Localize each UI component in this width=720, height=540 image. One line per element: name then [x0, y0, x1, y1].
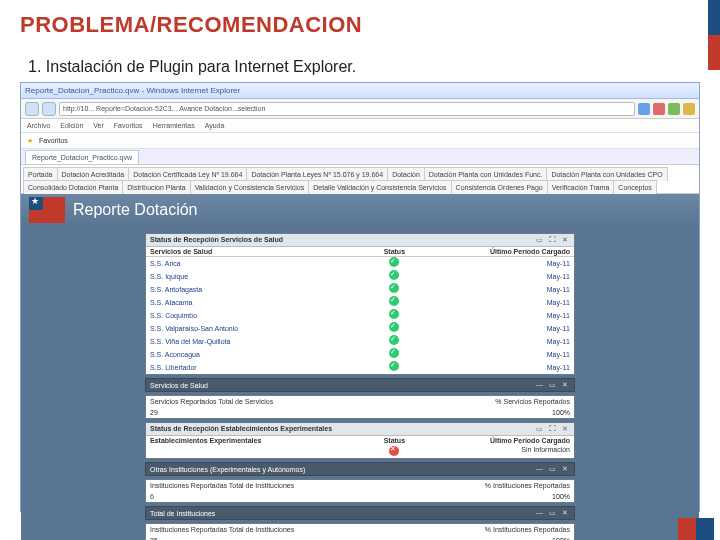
app-tab[interactable]: Conceptos: [613, 180, 656, 194]
app-tab[interactable]: Dotación Certificada Ley Nº 19.664: [128, 167, 247, 181]
panel-services-status: Status de Recepción Servicios de Salud ▭…: [145, 233, 575, 375]
browser-tab[interactable]: Reporte_Dotacion_Practico.qvw: [25, 150, 139, 164]
status-ok-icon: [389, 296, 399, 306]
flag-stripe-top: [708, 0, 720, 70]
corner-accent: [678, 518, 714, 540]
cell-period: May-11: [441, 259, 570, 269]
status-ok-icon: [389, 335, 399, 345]
app-tab[interactable]: Consolidado Dotación Planta: [23, 180, 123, 194]
menu-ayuda[interactable]: Ayuda: [205, 122, 225, 129]
panel-total-head: Total de Instituciones — ▭ ✕: [145, 506, 575, 520]
menu-herramientas[interactable]: Herramientas: [153, 122, 195, 129]
label-total-all: Instituciones Reportadas Total de Instit…: [150, 526, 430, 533]
menu-ver[interactable]: Ver: [93, 122, 104, 129]
favorites-label[interactable]: Favoritos: [39, 137, 68, 144]
search-icon[interactable]: [668, 103, 680, 115]
panel-title: Total de Instituciones: [150, 510, 215, 517]
value-total-services: 29: [150, 409, 430, 416]
report-content: Status de Recepción Servicios de Salud ▭…: [21, 226, 699, 540]
col-periodo: Último Período Cargado: [441, 248, 570, 255]
panel-services-summary: Servicios Reportados Total de Servicios …: [145, 395, 575, 419]
report-title: Reporte Dotación: [73, 201, 198, 219]
panel-title: Servicios de Salud: [150, 382, 208, 389]
app-tab[interactable]: Portada: [23, 167, 58, 181]
panel-window-icons[interactable]: — ▭ ✕: [536, 509, 570, 517]
value-no-info: Sin Información: [441, 446, 570, 457]
col-servicios: Servicios de Salud: [150, 248, 347, 255]
value-pct-services: 100%: [430, 409, 570, 416]
label-pct-inst: % Instituciones Reportadas: [430, 482, 570, 489]
favorites-bar: ★ Favoritos: [21, 133, 699, 149]
stop-icon[interactable]: [653, 103, 665, 115]
cell-period: May-11: [441, 337, 570, 347]
cell-period: May-11: [441, 350, 570, 360]
value-inst-pct: 100%: [430, 493, 570, 500]
col-status: Status: [351, 437, 437, 444]
address-input[interactable]: http://10... Reporte=Dotacion-52C3... Av…: [59, 102, 635, 116]
status-ok-icon: [389, 348, 399, 358]
table-row: S.S. Valparaíso-San AntonioMay-11: [146, 322, 574, 335]
panel-window-icons[interactable]: ▭ ⛶ ✕: [536, 425, 570, 433]
app-tab[interactable]: Dotación Acreditada: [57, 167, 130, 181]
menu-edicion[interactable]: Edición: [60, 122, 83, 129]
panel-window-icons[interactable]: ▭ ⛶ ✕: [536, 236, 570, 244]
menu-favoritos[interactable]: Favoritos: [114, 122, 143, 129]
table-row: S.S. AricaMay-11: [146, 257, 574, 270]
cell-period: May-11: [441, 298, 570, 308]
titlebar: Reporte_Dotacion_Practico.qvw - Windows …: [21, 83, 699, 99]
browser-window: Reporte_Dotacion_Practico.qvw - Windows …: [20, 82, 700, 512]
panel-services-summary-head: Servicios de Salud — ▭ ✕: [145, 378, 575, 392]
panel-window-icons[interactable]: — ▭ ✕: [536, 381, 570, 389]
gov-logo-icon: [29, 197, 65, 223]
menu-archivo[interactable]: Archivo: [27, 122, 50, 129]
cell-name: S.S. Atacama: [150, 298, 347, 308]
refresh-icon[interactable]: [638, 103, 650, 115]
table-row: S.S. LibertadorMay-11: [146, 361, 574, 374]
app-tab[interactable]: Dotación Planta Leyes Nº 15.076 y 19.664: [246, 167, 388, 181]
forward-button[interactable]: [42, 102, 56, 116]
report-banner: Reporte Dotación: [21, 194, 699, 226]
label-total-inst: Instituciones Reportadas Total de Instit…: [150, 482, 430, 489]
table-row: S.S. AtacamaMay-11: [146, 296, 574, 309]
cell-name: S.S. Iquique: [150, 272, 347, 282]
value-inst-mid: 6: [150, 493, 430, 500]
cell-period: May-11: [441, 285, 570, 295]
menu-bar: Archivo Edición Ver Favoritos Herramient…: [21, 119, 699, 133]
app-tab[interactable]: Detalle Validación y Consistencia Servic…: [308, 180, 451, 194]
status-ok-icon: [389, 257, 399, 267]
label-pct-all: % Instituciones Reportadas: [430, 526, 570, 533]
col-status: Status: [351, 248, 437, 255]
app-tab[interactable]: Dotación: [387, 167, 425, 181]
address-bar-row: http://10... Reporte=Dotacion-52C3... Av…: [21, 99, 699, 119]
panel-title: Otras Instituciones (Experimentales y Au…: [150, 466, 305, 473]
app-tab[interactable]: Dotación Planta con Unidades CPO: [546, 167, 667, 181]
table-row: S.S. CoquimboMay-11: [146, 309, 574, 322]
app-tab[interactable]: Dotación Planta con Unidades Func.: [424, 167, 548, 181]
app-tab[interactable]: Validación y Consistencia Servicios: [190, 180, 310, 194]
status-ok-icon: [389, 361, 399, 371]
table-row: S.S. Viña del Mar-QuillotaMay-11: [146, 335, 574, 348]
status-ok-icon: [389, 309, 399, 319]
app-tab[interactable]: Consistencia Ordenes Pago: [451, 180, 548, 194]
back-button[interactable]: [25, 102, 39, 116]
status-ok-icon: [389, 283, 399, 293]
slide-heading: PROBLEMA/RECOMENDACION: [20, 12, 362, 38]
panel-experimentales: Status de Recepción Establecimientos Exp…: [145, 422, 575, 459]
cell-name: S.S. Arica: [150, 259, 347, 269]
table-row: S.S. AntofagastaMay-11: [146, 283, 574, 296]
app-tab[interactable]: Distribución Planta: [122, 180, 190, 194]
col-periodo: Último Período Cargado: [441, 437, 570, 444]
status-ok-icon: [389, 322, 399, 332]
cell-name: S.S. Libertador: [150, 363, 347, 373]
slide-subtitle: 1. Instalación de Plugin para Internet E…: [28, 58, 356, 76]
cell-period: May-11: [441, 324, 570, 334]
panel-window-icons[interactable]: — ▭ ✕: [536, 465, 570, 473]
cell-name: S.S. Antofagasta: [150, 285, 347, 295]
app-tab[interactable]: Verificación Trama: [547, 180, 615, 194]
window-title: Reporte_Dotacion_Practico.qvw - Windows …: [25, 86, 240, 95]
favorites-icon[interactable]: [683, 103, 695, 115]
cell-period: May-11: [441, 363, 570, 373]
cell-period: May-11: [441, 272, 570, 282]
panel-otras: Instituciones Reportadas Total de Instit…: [145, 479, 575, 503]
cell-name: S.S. Viña del Mar-Quillota: [150, 337, 347, 347]
